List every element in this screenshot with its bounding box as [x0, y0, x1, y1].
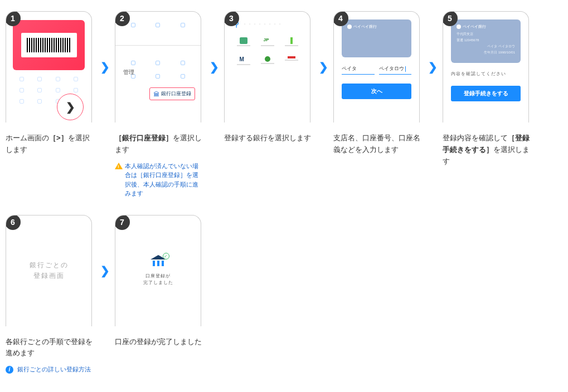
- section-label: 管理: [123, 68, 134, 76]
- chevron-right-icon: ❯: [423, 11, 443, 122]
- chevron-right-icon: ❯: [95, 11, 115, 122]
- bank-option[interactable]: JP: [258, 37, 277, 46]
- bank-card: ペイペイ銀行: [342, 19, 411, 57]
- warning-icon: [115, 163, 123, 169]
- step-description: 登録内容を確認して［登録手続きをする］を選択します: [443, 133, 532, 167]
- register-button[interactable]: 登録手続きをする: [451, 86, 521, 101]
- bank-option[interactable]: [258, 56, 277, 65]
- info-icon: i: [6, 366, 13, 374]
- check-icon: ✓: [163, 253, 169, 259]
- bank-register-button[interactable]: 🏛 銀行口座登録: [149, 87, 195, 100]
- bank-complete-icon: ✓: [151, 255, 166, 268]
- firstname-input[interactable]: ペイタロウ: [379, 65, 412, 75]
- step-description: 支店名、口座番号、口座名義などを入力します: [333, 133, 423, 156]
- payment-card: [13, 20, 85, 70]
- step-2: 2 管理 🏛 銀行口座登録: [115, 11, 204, 198]
- step-3: 3 ⚲ ・・・・・・・・ JP M 登録する銀行を: [224, 11, 313, 144]
- step-description: ホーム画面の［>］を選択します: [6, 133, 95, 156]
- chevron-right-icon: ❯: [313, 11, 333, 122]
- chevron-right-icon: ❯: [204, 11, 224, 122]
- bank-option[interactable]: [281, 56, 301, 65]
- step-4: 4 ペイペイ銀行 ペイタ ペイタロウ 次へ 支店名、口座番号、口座名義な: [333, 11, 423, 156]
- step-description: 登録する銀行を選択します: [224, 133, 313, 144]
- button-label: 銀行口座登録: [161, 90, 191, 97]
- step-6: 6 銀行ごとの 登録画面 各銀行ごとの手順で登録を進めます i 銀行ごとの詳しい…: [6, 215, 95, 374]
- card-chip-icon: [457, 24, 461, 29]
- step-badge: 6: [6, 215, 21, 230]
- bank-option[interactable]: [234, 37, 253, 46]
- lastname-input[interactable]: ペイタ: [342, 65, 375, 75]
- phone-frame-3: 3 ⚲ ・・・・・・・・ JP M: [224, 11, 310, 122]
- info-note: i 銀行ごとの詳しい登録方法: [6, 365, 95, 374]
- card-bank-name: ペイペイ銀行: [463, 24, 486, 30]
- phone-frame-2: 2 管理 🏛 銀行口座登録: [115, 11, 201, 122]
- bank-card-confirm: ペイペイ銀行 千代田支店 普通 12345678 ペイタ ペイタロウ 生年月日 …: [451, 19, 521, 63]
- confirm-message: 内容を確認してください: [451, 71, 521, 77]
- step-description: ［銀行口座登録］を選択します: [115, 133, 204, 156]
- phone-frame-5: 5 ペイペイ銀行 千代田支店 普通 12345678 ペイタ ペイタロウ 生年月…: [443, 11, 529, 122]
- steps-container: 1 ❯ ホーム画面の［>］を選択します ❯: [6, 11, 562, 391]
- step-description: 口座の登録が完了しました: [115, 336, 204, 348]
- card-chip-icon: [347, 24, 352, 29]
- search-placeholder: ・・・・・・・・: [242, 21, 283, 27]
- next-button[interactable]: 次へ: [342, 84, 411, 99]
- bank-grid: JP M: [234, 37, 301, 65]
- details-link[interactable]: 銀行ごとの詳しい登録方法: [17, 366, 91, 373]
- bank-icon: 🏛: [153, 91, 159, 97]
- chevron-right-icon: ❯: [66, 100, 75, 114]
- bank-option[interactable]: M: [234, 56, 253, 65]
- barcode-icon: [21, 33, 77, 57]
- step-1: 1 ❯ ホーム画面の［>］を選択します: [6, 11, 95, 156]
- phone-frame-1: 1 ❯: [6, 11, 92, 122]
- warning-note: 本人確認が済んでいない場合は［銀行口座登録］を選択後、本人確認の手順に進みます: [115, 161, 204, 198]
- search-bar[interactable]: ⚲ ・・・・・・・・: [234, 19, 301, 28]
- step-badge: 7: [115, 215, 130, 230]
- chevron-right-icon: ❯: [95, 215, 115, 326]
- phone-frame-4: 4 ペイペイ銀行 ペイタ ペイタロウ 次へ: [333, 11, 420, 122]
- step-7: 7 ✓ 口座登録が 完了しました 口座の登録が完了しました: [115, 215, 204, 348]
- phone-frame-7: 7 ✓ 口座登録が 完了しました: [115, 215, 201, 326]
- complete-message: 口座登録が 完了しました: [143, 273, 173, 286]
- step-5: 5 ペイペイ銀行 千代田支店 普通 12345678 ペイタ ペイタロウ 生年月…: [443, 11, 532, 167]
- phone-frame-6: 6 銀行ごとの 登録画面: [6, 215, 92, 326]
- card-bank-name: ペイペイ銀行: [353, 24, 377, 30]
- step-description: 各銀行ごとの手順で登録を進めます: [6, 336, 95, 360]
- next-circle-button[interactable]: ❯: [57, 94, 84, 120]
- bank-specific-screen: 銀行ごとの 登録画面: [6, 215, 91, 326]
- bank-option[interactable]: [281, 37, 301, 46]
